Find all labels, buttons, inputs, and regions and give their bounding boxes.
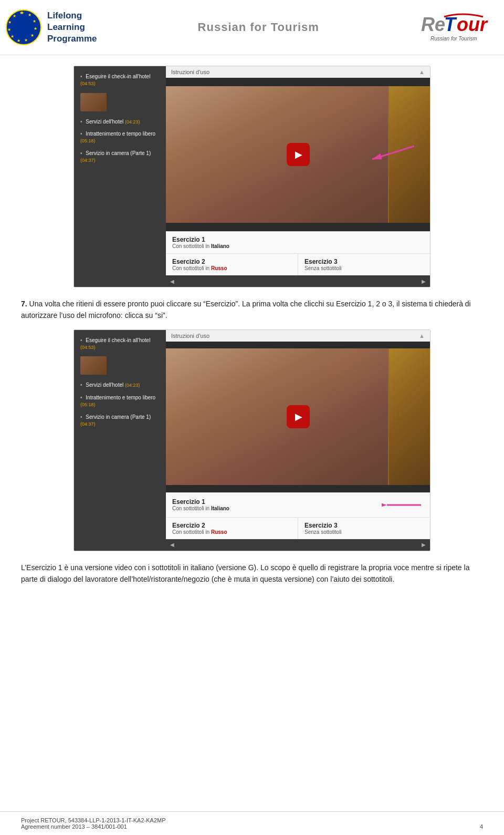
- exercise-section-1: Esercizio 1 Con sottotitoli in Italiano …: [166, 231, 430, 275]
- exercise2-subtitle: Con sottotitoli in Russo: [172, 265, 291, 271]
- exercise2-title-2: Esercizio 2: [172, 522, 291, 529]
- footer: Project RETOUR, 543384-LLP-1-2013-1-IT-K…: [0, 811, 504, 835]
- exercise2-sub-lang-2: Russo: [211, 529, 227, 535]
- play-button-1[interactable]: [287, 143, 310, 166]
- sidebar-item-2-2[interactable]: Servizi dell'hotel (04:23): [74, 379, 166, 391]
- svg-text:★: ★: [34, 26, 37, 31]
- sidebar-item-1[interactable]: Eseguire il check-in all'hotel (04:53): [74, 70, 166, 90]
- sidebar-thumb-2: [80, 356, 107, 375]
- svg-text:★: ★: [8, 20, 12, 25]
- sidebar-item-2-1[interactable]: Eseguire il check-in all'hotel (04:53): [74, 334, 166, 354]
- arrow-annotation-2: [382, 497, 424, 513]
- exercise-row-1-first: Esercizio 1 Con sottotitoli in Italiano: [166, 232, 430, 254]
- svg-text:★: ★: [10, 34, 14, 39]
- app-topbar-2: Istruzioni d'uso ▲: [166, 330, 430, 342]
- svg-text:★: ★: [33, 19, 36, 24]
- exercise1-title-2: Esercizio 1: [172, 498, 229, 506]
- llp-line3: Programme: [47, 33, 97, 45]
- exercise3-subtitle-2: Senza sottotitoli: [304, 529, 424, 535]
- topbar-scroll-1: ▲: [419, 69, 425, 75]
- app-main-1: Istruzioni d'uso ▲: [166, 66, 430, 287]
- svg-text:our: our: [457, 14, 488, 35]
- sidebar-thumb-1: [80, 93, 107, 111]
- svg-text:★: ★: [28, 13, 32, 17]
- sidebar-item-4[interactable]: Servizio in camera (Parte 1) (04:37): [74, 147, 166, 167]
- bottombar-icon-left-2: ◀: [170, 542, 174, 548]
- sidebar-item-4-title: Servizio in camera (Parte 1): [86, 150, 151, 156]
- svg-text:★: ★: [24, 38, 28, 43]
- llp-text-block: Lifelong Learning Programme: [47, 10, 97, 45]
- exercise-row-2-first: Esercizio 2 Con sottotitoli in Russo Ese…: [166, 254, 430, 275]
- video-bg-1: [166, 86, 430, 223]
- exercise1-sub-lang: Italiano: [211, 243, 229, 249]
- svg-text:★: ★: [7, 27, 11, 32]
- app-ui-1: Eseguire il check-in all'hotel (04:53) S…: [74, 66, 430, 287]
- paragraph-exercise1: L’Esercizio 1 è una versione video con i…: [21, 562, 483, 585]
- exercise3-title: Esercizio 3: [304, 258, 424, 265]
- app-main-2: Istruzioni d'uso ▲ Esercizio 1: [166, 330, 430, 551]
- sidebar-item-2[interactable]: Servizi dell'hotel (04:23): [74, 116, 166, 128]
- bottombar-icon-right: ▶: [422, 279, 426, 284]
- eu-logo-icon: ★ ★ ★ ★ ★ ★ ★ ★ ★ ★ ★ ★: [5, 9, 42, 46]
- svg-text:Re: Re: [421, 14, 445, 35]
- play-button-2[interactable]: [287, 405, 310, 428]
- llp-line2: Learning: [47, 22, 97, 33]
- arrow-annotation-1: [367, 141, 419, 162]
- exercise3-btn-2[interactable]: Esercizio 3 Senza sottotitoli: [298, 518, 430, 539]
- exercise2-sub-pre-2: Con sottotitoli in: [172, 529, 211, 535]
- exercise1-sub-pre: Con sottotitoli in: [172, 243, 211, 249]
- video-area-1[interactable]: [166, 78, 430, 231]
- exercise3-title-2: Esercizio 3: [304, 522, 424, 529]
- app-sidebar-1: Eseguire il check-in all'hotel (04:53) S…: [74, 66, 166, 287]
- app-bottombar-2: ◀ ▶: [166, 539, 430, 551]
- footer-page-number: 4: [480, 823, 483, 830]
- sidebar-item-2-3-time: (05:18): [80, 402, 96, 407]
- sidebar-item-4-time: (04:37): [80, 158, 96, 163]
- sidebar-item-2-3[interactable]: Intrattenimento e tempo libero (05:18): [74, 391, 166, 411]
- sidebar-item-1-title: Eseguire il check-in all'hotel: [86, 74, 150, 79]
- exercise2-btn-2[interactable]: Esercizio 2 Con sottotitoli in Russo: [166, 518, 298, 539]
- header-center-title: Russian for Tourism: [198, 20, 319, 34]
- bottombar-icon-right-2: ▶: [422, 542, 426, 548]
- retour-logo-icon: Re T our Russian for Tourism: [420, 9, 488, 46]
- exercise-row-2-second: Esercizio 2 Con sottotitoli in Russo Ese…: [166, 518, 430, 539]
- app-topbar-1: Istruzioni d'uso ▲: [166, 66, 430, 78]
- sidebar-item-2-4[interactable]: Servizio in camera (Parte 1) (04:37): [74, 411, 166, 430]
- exercise1-subtitle-2: Con sottotitoli in Italiano: [172, 506, 229, 511]
- video-area-2[interactable]: [166, 342, 430, 492]
- svg-text:★: ★: [19, 11, 23, 15]
- sidebar-item-2-1-time: (04:53): [80, 345, 96, 350]
- exercise3-btn-1[interactable]: Esercizio 3 Senza sottotitoli: [298, 254, 430, 275]
- bottombar-icon-left: ◀: [170, 279, 174, 284]
- sidebar-item-2-3-title: Intrattenimento e tempo libero: [86, 395, 155, 400]
- sidebar-item-2-4-time: (04:37): [80, 421, 96, 427]
- exercise2-btn-1[interactable]: Esercizio 2 Con sottotitoli in Russo: [166, 254, 298, 275]
- exercise1-sub-lang-2: Italiano: [211, 506, 229, 511]
- sidebar-item-2-2-time: (04:23): [125, 383, 140, 388]
- footer-line1: Project RETOUR, 543384-LLP-1-2013-1-IT-K…: [21, 817, 166, 823]
- main-content: Eseguire il check-in all'hotel (04:53) S…: [0, 55, 504, 604]
- topbar-label-1: Istruzioni d'uso: [171, 69, 209, 75]
- exercise2-sub-pre: Con sottotitoli in: [172, 265, 211, 271]
- section-7-number: 7.: [21, 300, 27, 308]
- exercise2-title: Esercizio 2: [172, 258, 291, 265]
- svg-text:★: ★: [17, 38, 20, 43]
- app-ui-2: Eseguire il check-in all'hotel (04:53) S…: [74, 330, 430, 551]
- screenshot-2: Eseguire il check-in all'hotel (04:53) S…: [74, 329, 430, 551]
- svg-text:Russian for Tourism: Russian for Tourism: [430, 36, 477, 42]
- header: ★ ★ ★ ★ ★ ★ ★ ★ ★ ★ ★ ★ Lifelong Learnin…: [0, 0, 504, 55]
- paragraph-7: 7. Una volta che ritieni di essere pront…: [21, 298, 483, 322]
- app-sidebar-2: Eseguire il check-in all'hotel (04:53) S…: [74, 330, 166, 551]
- video-bg-2: [166, 348, 430, 485]
- sidebar-item-3-title: Intrattenimento e tempo libero: [86, 131, 155, 137]
- exercise-section-2: Esercizio 1 Con sottotitoli in Italiano: [166, 492, 430, 539]
- topbar-scroll-2: ▲: [419, 333, 425, 339]
- svg-text:★: ★: [13, 14, 16, 18]
- sidebar-item-3[interactable]: Intrattenimento e tempo libero (05:18): [74, 128, 166, 147]
- topbar-label-2: Istruzioni d'uso: [171, 333, 209, 339]
- exercise1-title: Esercizio 1: [172, 236, 424, 243]
- header-left: ★ ★ ★ ★ ★ ★ ★ ★ ★ ★ ★ ★ Lifelong Learnin…: [5, 9, 97, 46]
- llp-line1: Lifelong: [47, 10, 97, 22]
- footer-line2: Agreement number 2013 – 3841/001-001: [21, 823, 166, 830]
- sidebar-item-2-title: Servizi dell'hotel: [86, 119, 123, 125]
